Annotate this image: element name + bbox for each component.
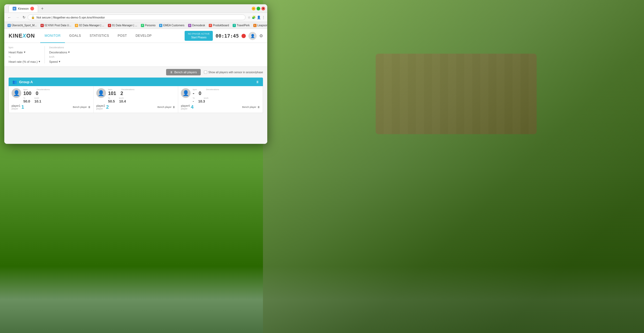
player4-hr-unit: bpm [193, 88, 197, 91]
bookmark-favicon-9: T [233, 24, 236, 27]
metrics-left-group: bpm Heart Rate ▾ % Heart rate (% of max.… [9, 46, 40, 63]
player2-hr-col: 101 [108, 91, 116, 96]
player-card-4: 👤 bpm Decelerations - [178, 86, 263, 113]
player4-stats: bpm Decelerations - 0 [193, 88, 260, 103]
bookmark-favicon-2: K [41, 24, 44, 27]
player2-avatar-icon: 👤 [98, 90, 104, 96]
nav-item-post[interactable]: POST [114, 29, 131, 43]
player4-speed-value: 10.3 [198, 99, 205, 103]
player1-top: 👤 bpm Decelerations 100 [12, 88, 91, 103]
nav-item-monitor[interactable]: MONITOR [40, 29, 65, 43]
bookmark-button[interactable]: ☆ [248, 16, 251, 19]
player2-role: player [96, 107, 105, 110]
heart-rate-unit: bpm [9, 46, 40, 49]
bookmark-label-3: 02 Data Manager | ... [79, 24, 104, 27]
bookmark-travelperk[interactable]: T TravelPerk [232, 24, 251, 27]
heart-rate-pct-dropdown[interactable]: Heart rate (% of max.) ▾ [9, 60, 40, 63]
extensions-button[interactable]: 🧩 [252, 16, 256, 19]
url-bar[interactable]: 🔒 Not secure | fitogether-eu-demo-5.vpn.… [28, 14, 246, 20]
settings-button[interactable]: ⚙ [259, 33, 263, 38]
player2-bench-button[interactable]: Bench player ⏸ [158, 105, 175, 109]
group-header-left: 👥 Group A [12, 80, 33, 84]
bookmark-demodesk[interactable]: D Demodesk [187, 24, 206, 27]
bookmark-label-4: 01 Data Manager | ... [112, 24, 137, 27]
group-pause-button[interactable]: ⏸ [256, 80, 259, 84]
minimize-button[interactable]: – [252, 7, 255, 10]
player1-info: player1 player [12, 104, 20, 110]
bookmark-label-8: Produktboard [213, 24, 229, 27]
close-button[interactable]: ✕ [261, 7, 265, 10]
nav-item-statistics[interactable]: STATISTICS [85, 29, 114, 43]
record-button[interactable] [241, 34, 246, 38]
bookmark-data-mgr2[interactable]: 0 01 Data Manager | ... [107, 24, 138, 27]
main-area: bpm Heart Rate ▾ % Heart rate (% of max.… [4, 43, 267, 144]
app-header: KINEXON MONITOR GOALS STATISTICS POST DE… [4, 29, 267, 43]
player4-name-row: player4 player 4 [181, 104, 193, 110]
bookmark-produktboard[interactable]: P Produktboard [208, 24, 230, 27]
back-button[interactable]: ← [6, 15, 12, 20]
bookmark-personio[interactable]: P Personio [140, 24, 156, 27]
heart-rate-dropdown[interactable]: Heart Rate ▾ [9, 50, 40, 54]
bookmarks-bar: Ü Übersicht_Sport_M... K 02 KNX Post Dat… [4, 22, 267, 29]
show-all-players-toggle[interactable]: Show all players with sensor in session/… [204, 71, 263, 74]
address-bar: ← → ↻ 🔒 Not secure | fitogether-eu-demo-… [4, 13, 267, 22]
bookmark-ubersicht[interactable]: Ü Übersicht_Sport_M... [6, 24, 38, 27]
player1-avatar: 👤 [12, 88, 21, 98]
player2-pct-value: 50.5 [108, 99, 115, 103]
group-icon: 👥 [12, 80, 17, 84]
nav-item-goals[interactable]: GOALS [65, 29, 85, 43]
player4-role: player [181, 107, 190, 110]
bookmark-label-2: 02 KNX Post Data U... [45, 24, 71, 27]
forward-button[interactable]: → [14, 15, 20, 20]
bookmark-data-mgr1[interactable]: D 02 Data Manager | ... [74, 24, 105, 27]
group-section: 👥 Group A ⏸ 👤 [4, 78, 267, 144]
bench-all-icon: ⏸ [170, 71, 173, 74]
player2-hr-value: 101 [108, 91, 116, 96]
show-all-checkbox[interactable] [204, 71, 207, 74]
player1-avatar-icon: 👤 [13, 90, 20, 96]
group-name: Group A [19, 80, 33, 84]
new-tab-button[interactable]: + [39, 5, 46, 12]
browser-tab[interactable]: K Kinexon ✕ [9, 5, 38, 12]
player1-decel-value: 0 [36, 91, 38, 96]
lock-icon: 🔒 [31, 16, 35, 19]
decel-dropdown[interactable]: Decelerations ▾ [49, 50, 70, 54]
maximize-button[interactable]: □ [257, 7, 260, 10]
player2-decel-value: 2 [120, 91, 123, 96]
speed-dropdown[interactable]: Speed ▾ [49, 60, 70, 63]
reload-button[interactable]: ↻ [23, 15, 25, 19]
player2-name: player2 [96, 104, 105, 107]
user-avatar-button[interactable]: 👤 [248, 32, 257, 40]
speed-chevron: ▾ [59, 60, 60, 63]
nav-item-develop[interactable]: DEVELOP [131, 29, 156, 43]
bookmark-label-5: Personio [145, 24, 155, 27]
player4-speed-unit: km/h [204, 97, 208, 99]
player4-hr-value: - [193, 91, 194, 96]
start-phases-button[interactable]: NO PHASE ACTIVE Start Phases [185, 31, 213, 41]
bench-all-players-button[interactable]: ⏸ Bench all players [166, 69, 201, 75]
player4-sub-stats: - 10.3 [193, 99, 260, 103]
menu-button[interactable]: ⋮ [262, 16, 265, 19]
bookmark-leapsome[interactable]: L Leapsome [252, 24, 267, 27]
player1-bench-button[interactable]: Bench player ⏸ [73, 105, 91, 109]
player2-stats-top: 101 2 [108, 91, 175, 96]
app-content: KINEXON MONITOR GOALS STATISTICS POST DE… [4, 29, 267, 144]
player4-name: player4 [181, 104, 190, 107]
player1-sub-stats: 50.0 10.1 [23, 99, 91, 103]
player1-name: player1 [12, 104, 20, 107]
player2-hr-unit: bpm [108, 88, 112, 91]
logo-text-start: KINE [9, 33, 23, 39]
group-header: 👥 Group A ⏸ [9, 78, 263, 86]
bookmark-emea[interactable]: E EMEA Customers [158, 24, 185, 27]
bookmark-knx[interactable]: K 02 KNX Post Data U... [39, 24, 72, 27]
player2-stats: bpm Decelerations 101 2 [108, 88, 175, 103]
profile-button[interactable]: 👤 [257, 16, 261, 19]
player1-decel-col: 0 [36, 91, 38, 96]
heart-rate-pct-unit: % [9, 56, 40, 58]
player4-bench-button[interactable]: Bench player ⏸ [242, 105, 260, 109]
tab-favicon: K [13, 7, 16, 10]
bookmark-label-10: Leapsome [257, 24, 267, 27]
logo-x: X [23, 33, 26, 39]
header-right: NO PHASE ACTIVE Start Phases 00:17:45 👤 … [185, 31, 263, 41]
tab-close-button[interactable]: ✕ [30, 7, 34, 10]
